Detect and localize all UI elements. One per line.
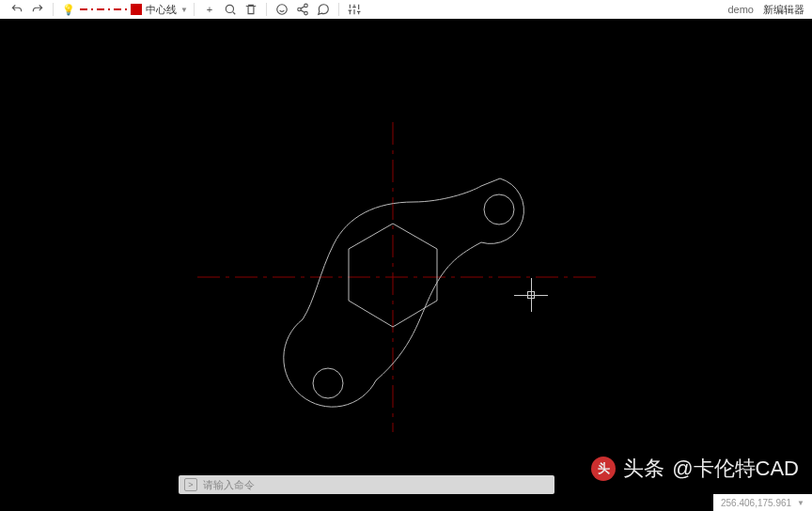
share-button[interactable] [293, 1, 312, 18]
fit-button[interactable] [221, 1, 240, 18]
smile-button[interactable] [273, 1, 291, 18]
comment-button[interactable] [314, 1, 333, 18]
separator [266, 3, 267, 16]
toolbar: 💡 中心线 ▼ + demo 新编辑器 [0, 0, 812, 19]
watermark-prefix: 头条 [623, 455, 664, 483]
svg-point-6 [313, 368, 343, 398]
command-placeholder: 请输入命令 [203, 478, 255, 492]
svg-point-3 [298, 8, 302, 11]
svg-point-4 [304, 11, 308, 15]
coords-readout: 256.406,175.961 [721, 498, 791, 508]
separator [53, 3, 54, 16]
linestyle-label: 中心线 [146, 3, 177, 17]
svg-point-1 [277, 5, 288, 15]
layer-button[interactable]: 💡 [59, 1, 78, 18]
editor-label[interactable]: 新编辑器 [763, 3, 804, 17]
svg-point-5 [484, 194, 514, 225]
demo-label: demo [727, 4, 754, 15]
redo-button[interactable] [28, 1, 47, 18]
separator [338, 3, 339, 16]
svg-point-0 [226, 5, 233, 12]
chevron-down-icon[interactable]: ▼ [797, 499, 804, 507]
watermark-handle: @卡伦特CAD [672, 455, 799, 483]
status-bar: 256.406,175.961 ▼ [713, 494, 812, 511]
svg-point-2 [304, 4, 308, 8]
watermark-logo-icon: 头 [591, 457, 616, 481]
command-bar[interactable]: > 请输入命令 [179, 475, 554, 494]
part-outline [284, 178, 524, 407]
drawing-canvas[interactable] [0, 19, 812, 475]
delete-button[interactable] [242, 1, 260, 18]
color-swatch [131, 4, 142, 15]
command-icon: > [184, 478, 197, 491]
undo-button[interactable] [8, 1, 26, 18]
toolbar-right: demo 新编辑器 [727, 3, 804, 17]
settings-button[interactable] [345, 1, 364, 18]
add-button[interactable]: + [200, 1, 219, 18]
separator [194, 3, 195, 16]
linestyle-preview [80, 8, 127, 10]
watermark: 头 头条 @卡伦特CAD [591, 455, 799, 483]
linestyle-selector[interactable]: 中心线 ▼ [80, 3, 188, 17]
chevron-down-icon: ▼ [180, 6, 188, 14]
